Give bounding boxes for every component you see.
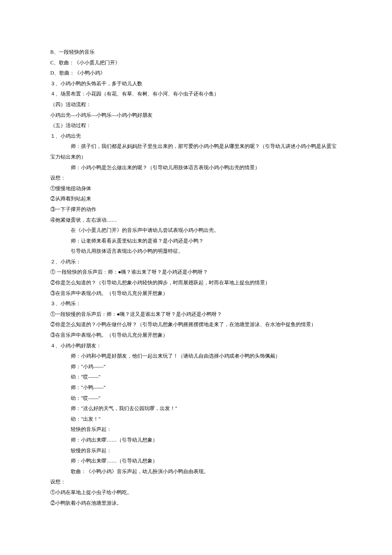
- text-line: C、歌曲：《小小蛋儿把门开》: [50, 58, 342, 68]
- text-line: ②小鸭驮着小鸡在池塘里游泳。: [50, 498, 342, 509]
- text-line: ②你是怎么知道的？小鸭在做什么呀？（引导幼儿想象小鸭摇摇摆摆地走来了，在池塘里游…: [50, 319, 342, 330]
- text-line: 师："这么好的天气，我们去公园玩啰，出发！": [50, 403, 342, 414]
- text-line: 师：孩子们，我们都是从妈妈肚子里生出来的，那可爱的小鸡小鸭是从哪里来的呢？（引导…: [50, 141, 342, 152]
- text-line: ４、小鸡小鸭好朋友：: [50, 341, 342, 351]
- text-line: （五）活动过程：: [50, 120, 342, 131]
- text-line: ３、小鸭乐：: [50, 298, 342, 309]
- document-page: B、一段轻快的音乐C、歌曲：《小小蛋儿把门开》D、歌曲：《小鸭小鸡》３、小鸡小鸭…: [0, 0, 392, 525]
- text-line: 师："小鸭——": [50, 382, 342, 393]
- text-line: 引导幼儿用肢体语言表现出小鸡小鸭的明显特征。: [50, 246, 342, 257]
- text-line: 幼："哎——": [50, 372, 342, 382]
- text-line: 轻快的音乐声起：: [50, 424, 342, 435]
- text-line: ①小鸡在草地上捉小虫子给小鸭吃。: [50, 487, 342, 498]
- text-line: ２、小鸡乐：: [50, 257, 342, 267]
- text-line: 师：小鸭出来啰……（引导幼儿想象）: [50, 456, 342, 466]
- document-body: B、一段轻快的音乐C、歌曲：《小小蛋儿把门开》D、歌曲：《小鸭小鸡》３、小鸡小鸭…: [50, 47, 342, 508]
- text-line: ③一下子撑开的动作: [50, 204, 342, 215]
- text-line: ①一段较慢的音乐声后：师：●咦？这又是谁出来了呀？是小鸡还是小鸭呀？: [50, 309, 342, 320]
- text-line: 小鸡出壳—小鸡乐—小鸭乐—小鸡小鸭好朋友: [50, 110, 342, 121]
- text-line: 师：小鸡出来啰……（引导幼儿想象）: [50, 435, 342, 445]
- text-line: ④抱紧做蛋状，左右滚动……: [50, 215, 342, 225]
- text-line: ②你是怎么知道的？（引导幼儿想象小鸡轻快的脚步，时而展翅跃起，时而在草地上捉虫的…: [50, 278, 342, 288]
- text-line: ３、小鸡小鸭的头饰若干，多于幼儿人数: [50, 78, 342, 89]
- text-line: ③在音乐声中表现小鸭。（引导幼儿充分展开想象）: [50, 330, 342, 341]
- text-line: 歌曲：《小鸭小鸡》音乐声起，幼儿扮演小鸡小鸭自由表现。: [50, 466, 342, 477]
- text-line: 在《小小蛋儿把门开》的音乐声中请幼儿尝试表现小鸡小鸭出壳。: [50, 225, 342, 236]
- text-line: ① 一段轻快的音乐声后：师：●咦？谁出来了呀？是小鸡还是小鸭呀？: [50, 267, 342, 278]
- text-line: 较慢的音乐声起：: [50, 445, 342, 456]
- text-line: （四）活动流程：: [50, 99, 342, 110]
- text-line: 师：小鸡和小鸭是好朋友，他们一起出来玩了！（请幼儿自由选择小鸡或者小鸭的头饰佩戴…: [50, 351, 342, 361]
- text-line: ４、场景布置：小花园（有花、有草、有树、有小河、有小虫子还有小鱼）: [50, 89, 342, 99]
- text-line: ③在音乐声中表现小鸡。（引导幼儿充分展开想象）: [50, 288, 342, 299]
- text-line: 设想：: [50, 477, 342, 487]
- text-line: ②从蹲着到站起来: [50, 194, 342, 204]
- text-line: D、歌曲：《小鸭小鸡》: [50, 68, 342, 78]
- text-line: 幼："哎——": [50, 393, 342, 404]
- text-line: 宝力钻出来的）: [50, 152, 342, 162]
- text-line: １、小鸡出壳: [50, 131, 342, 142]
- text-line: ①慢慢地扭动身体: [50, 183, 342, 194]
- text-line: B、一段轻快的音乐: [50, 47, 342, 58]
- text-line: 师：让老师来看看从蛋里钻出来的是谁？是小鸡还是小鸭？: [50, 236, 342, 246]
- text-line: 设想：: [50, 173, 342, 183]
- text-line: 幼："出发！": [50, 414, 342, 425]
- text-line: 师：小鸡小鸭是怎么做出来的呢？（引导幼儿用肢体语言表现小鸡小鸭出壳的情景）: [50, 162, 342, 173]
- text-line: 师："小鸡——": [50, 361, 342, 372]
